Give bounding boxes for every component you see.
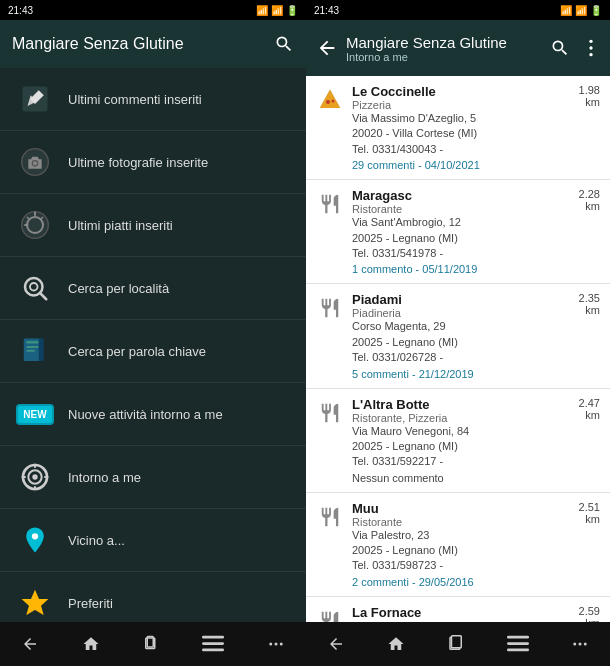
menu-item-keyword[interactable]: Cerca per parola chiave xyxy=(0,320,306,383)
home-nav-right[interactable] xyxy=(387,635,405,653)
recent-nav-right[interactable] xyxy=(447,635,465,653)
svg-rect-15 xyxy=(39,339,44,362)
svg-rect-14 xyxy=(26,350,35,352)
restaurant-address-4: Via Palestro, 23 20025 - Legnano (MI) Te… xyxy=(352,528,564,574)
menu-label-keyword: Cerca per parola chiave xyxy=(68,344,206,359)
menu-item-locality[interactable]: Cerca per località xyxy=(0,257,306,320)
menu-label-preferiti: Preferiti xyxy=(68,596,113,611)
overflow-nav-left[interactable] xyxy=(267,635,285,653)
bottom-nav-left xyxy=(0,622,306,666)
restaurant-item-3[interactable]: L'Altra Botte Ristorante, Pizzeria Via M… xyxy=(306,389,610,493)
restaurant-comments-1: 1 commento - 05/11/2019 xyxy=(352,263,564,275)
pen-icon xyxy=(16,80,54,118)
restaurant-info-0: Le Coccinelle Pizzeria Via Massimo D'Aze… xyxy=(352,84,564,171)
menu-item-vicino[interactable]: Vicino a... xyxy=(0,509,306,572)
pizza-icon xyxy=(316,86,344,114)
svg-point-38 xyxy=(589,46,592,49)
back-nav-right[interactable] xyxy=(327,635,345,653)
left-header: Mangiare Senza Glutine xyxy=(0,20,306,68)
svg-rect-47 xyxy=(507,649,529,652)
menu-item-comments[interactable]: Ultimi commenti inseriti xyxy=(0,68,306,131)
restaurant-name-2: Piadami xyxy=(352,292,564,307)
search-header-icon[interactable] xyxy=(274,34,294,54)
menu-label-new: Nuove attività intorno a me xyxy=(68,407,223,422)
restaurant-type-0: Pizzeria xyxy=(352,99,564,111)
fork-icon-5 xyxy=(316,607,344,622)
right-header-subtitle: Intorno a me xyxy=(346,51,542,63)
restaurant-item-4[interactable]: Muu Ristorante Via Palestro, 23 20025 - … xyxy=(306,493,610,597)
bottom-nav-right xyxy=(306,622,610,666)
menu-item-nearby[interactable]: Intorno a me xyxy=(0,446,306,509)
home-nav-left[interactable] xyxy=(82,635,100,653)
svg-marker-40 xyxy=(320,90,340,108)
restaurant-address-0: Via Massimo D'Azeglio, 5 20020 - Villa C… xyxy=(352,111,564,157)
menu-item-dishes[interactable]: Ultimi piatti inseriti xyxy=(0,194,306,257)
menu-label-comments: Ultimi commenti inseriti xyxy=(68,92,202,107)
svg-point-23 xyxy=(32,533,38,539)
svg-rect-45 xyxy=(507,636,529,639)
recent-nav-left[interactable] xyxy=(142,635,160,653)
menu-nav-right[interactable] xyxy=(507,635,529,653)
restaurant-item-2[interactable]: Piadami Piadineria Corso Magenta, 29 200… xyxy=(306,284,610,388)
right-header-icons xyxy=(550,38,600,58)
restaurant-type-2: Piadineria xyxy=(352,307,564,319)
svg-point-49 xyxy=(579,643,582,646)
back-button-right[interactable] xyxy=(316,37,338,59)
restaurant-distance-4: 2.51 km xyxy=(564,501,600,525)
search-right-icon[interactable] xyxy=(550,38,570,58)
menu-item-preferiti[interactable]: Preferiti xyxy=(0,572,306,622)
restaurant-item-1[interactable]: Maragasc Ristorante Via Sant'Ambrogio, 1… xyxy=(306,180,610,284)
menu-item-new[interactable]: NEW Nuove attività intorno a me xyxy=(0,383,306,446)
star-icon xyxy=(16,584,54,622)
overflow-nav-right[interactable] xyxy=(571,635,589,653)
restaurant-item-0[interactable]: Le Coccinelle Pizzeria Via Massimo D'Aze… xyxy=(306,76,610,180)
right-header-title: Mangiare Senza Glutine xyxy=(346,34,542,51)
menu-label-dishes: Ultimi piatti inseriti xyxy=(68,218,173,233)
more-right-icon[interactable] xyxy=(582,38,600,58)
fork-icon-1 xyxy=(316,190,344,218)
restaurant-item-5[interactable]: La Fornace 2.59 km xyxy=(306,597,610,622)
restaurant-distance-0: 1.98 km xyxy=(564,84,600,108)
restaurant-comments-0: 29 commenti - 04/10/2021 xyxy=(352,159,564,171)
dish-icon xyxy=(16,206,54,244)
svg-point-10 xyxy=(30,283,38,291)
svg-rect-12 xyxy=(26,341,39,344)
svg-point-35 xyxy=(274,643,277,646)
restaurant-list: Le Coccinelle Pizzeria Via Massimo D'Aze… xyxy=(306,76,610,622)
menu-item-photos[interactable]: Ultime fotografie inserite xyxy=(0,131,306,194)
svg-point-3 xyxy=(33,161,37,165)
restaurant-info-3: L'Altra Botte Ristorante, Pizzeria Via M… xyxy=(352,397,564,484)
menu-label-locality: Cerca per località xyxy=(68,281,169,296)
system-icons-right: 📶 📶 🔋 xyxy=(560,5,602,16)
fork-icon-4 xyxy=(316,503,344,531)
search-locality-icon xyxy=(16,269,54,307)
time-right: 21:43 xyxy=(314,5,339,16)
svg-line-9 xyxy=(40,293,46,299)
restaurant-info-2: Piadami Piadineria Corso Magenta, 29 200… xyxy=(352,292,564,379)
restaurant-name-4: Muu xyxy=(352,501,564,516)
svg-point-50 xyxy=(584,643,587,646)
restaurant-name-0: Le Coccinelle xyxy=(352,84,564,99)
svg-point-42 xyxy=(332,100,335,103)
restaurant-name-3: L'Altra Botte xyxy=(352,397,564,412)
restaurant-name-5: La Fornace xyxy=(352,605,564,620)
restaurant-info-4: Muu Ristorante Via Palestro, 23 20025 - … xyxy=(352,501,564,588)
left-header-icons xyxy=(274,34,294,54)
book-icon xyxy=(16,332,54,370)
back-nav-left[interactable] xyxy=(21,635,39,653)
restaurant-type-3: Ristorante, Pizzeria xyxy=(352,412,564,424)
menu-label-photos: Ultime fotografie inserite xyxy=(68,155,208,170)
restaurant-distance-5: 2.59 km xyxy=(564,605,600,622)
svg-point-36 xyxy=(280,643,283,646)
menu-nav-left[interactable] xyxy=(202,635,224,653)
restaurant-comments-2: 5 commenti - 21/12/2019 xyxy=(352,368,564,380)
svg-point-34 xyxy=(269,643,272,646)
status-bar-right: 21:43 📶 📶 🔋 xyxy=(306,0,610,20)
status-bar-left: 21:43 📶 📶 🔋 xyxy=(0,0,306,20)
svg-rect-33 xyxy=(202,649,224,652)
pin-icon xyxy=(16,521,54,559)
svg-point-37 xyxy=(589,40,592,43)
left-header-title: Mangiare Senza Glutine xyxy=(12,35,184,53)
svg-point-41 xyxy=(326,100,330,104)
restaurant-info-1: Maragasc Ristorante Via Sant'Ambrogio, 1… xyxy=(352,188,564,275)
